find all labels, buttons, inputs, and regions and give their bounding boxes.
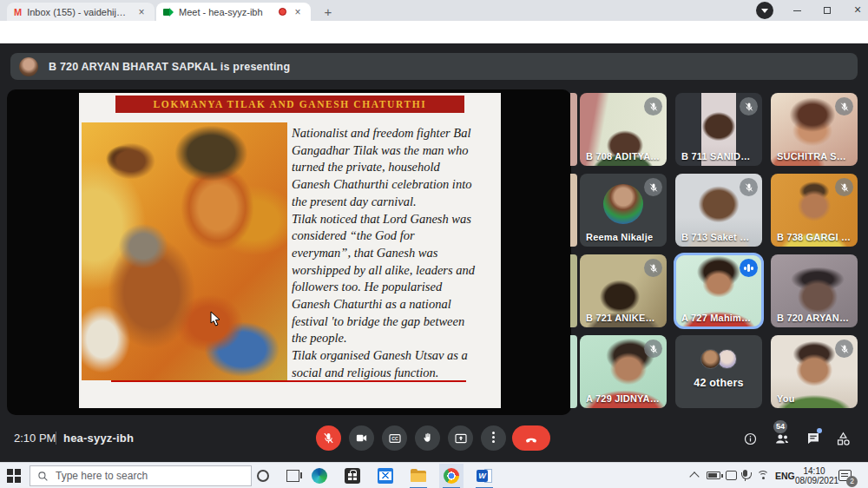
slide-text-line: Ganesh Chaturthi as a national (292, 296, 498, 313)
tab-meet[interactable]: Meet - hea-syyz-ibh × (156, 3, 311, 21)
recording-indicator-icon (279, 8, 286, 16)
tab-title: Inbox (155) - vaidehijoshi@mes.a (27, 7, 130, 17)
slide-title-banner: LOKMANYA TILAK AND GANESH CHATURTHI (115, 96, 464, 113)
activities-button[interactable] (832, 427, 854, 450)
start-button[interactable] (7, 469, 21, 483)
mic-muted-icon (740, 97, 758, 115)
slide-text-line: festival 'to bridge the gap between (292, 313, 498, 331)
captions-icon: CC (388, 432, 402, 445)
participant-tile[interactable]: A 727 Mahima ... (675, 254, 762, 327)
participant-name: A 729 JIDNYAS... (586, 393, 661, 404)
participant-tile[interactable]: B 720 ARYAN B... (771, 254, 858, 327)
captions-button[interactable]: CC (382, 425, 407, 451)
mic-muted-icon (740, 178, 758, 196)
slide-text-line: followers too. He popularised (292, 279, 498, 296)
meet-favicon-icon (163, 8, 174, 16)
participant-tile[interactable]: B 713 Saket Na... (675, 174, 762, 247)
microsoft-store-icon[interactable] (345, 468, 360, 484)
word-icon[interactable]: W (477, 468, 492, 484)
participant-tile[interactable]: B 738 GARGI JI... (771, 174, 858, 247)
camera-icon (355, 432, 368, 445)
participant-tile[interactable]: B 708 ADITYA ... (580, 93, 667, 166)
slide-text-line: everyman”, that Ganesh was (292, 245, 498, 262)
tab-close-icon[interactable]: × (135, 6, 148, 18)
tilak-ganesh-artwork (82, 122, 287, 380)
window-close-button[interactable]: × (846, 3, 868, 17)
cutoff-tile (570, 335, 577, 408)
participant-tile[interactable]: B 711 SANIDHY... (675, 93, 762, 166)
chrome-icon[interactable] (444, 468, 459, 484)
participant-name: 42 others (675, 377, 762, 389)
divider (56, 432, 56, 445)
camera-button[interactable] (349, 425, 374, 451)
participant-count-badge: 54 (773, 420, 787, 433)
cortana-icon[interactable] (257, 470, 269, 482)
participant-name: A 727 Mahima ... (681, 313, 756, 323)
participant-grid: B 708 ADITYA ...B 711 SANIDHY...SUCHITRA… (580, 93, 858, 408)
svg-text:CC: CC (391, 436, 398, 441)
display-icon[interactable] (726, 471, 737, 480)
tray-clock[interactable]: 14:10 08/09/2021 (795, 466, 833, 485)
presentation-stage[interactable]: LOKMANYA TILAK AND GANESH CHATURTHI Nati… (7, 89, 571, 415)
cutoff-tile (570, 254, 577, 327)
wifi-icon[interactable] (757, 471, 769, 480)
browser-tab-strip: M Inbox (155) - vaidehijoshi@mes.a × Mee… (0, 0, 868, 21)
meeting-details-button[interactable] (739, 427, 761, 450)
slide-text-line: Ganesh Chathurthi celebration into (292, 176, 498, 194)
battery-icon[interactable] (707, 472, 720, 479)
slide-underline (111, 380, 466, 382)
participant-tile[interactable]: B 721 ANIKET S... (580, 254, 667, 327)
cutoff-tile (570, 93, 577, 166)
slide-body-text: Nationalist and freedom fighter BalGanga… (292, 125, 498, 386)
mic-mute-button[interactable] (316, 425, 341, 451)
file-explorer-icon[interactable] (411, 468, 426, 484)
browser-toolbar: ← → ↻ meet.google.com/hea-syyz-ibh ☆ (0, 21, 868, 43)
mic-muted-icon (644, 259, 662, 277)
mic-muted-icon (644, 97, 662, 115)
present-screen-icon (454, 432, 468, 445)
taskbar-search-box[interactable]: Type here to search (30, 465, 252, 486)
mic-muted-icon (835, 178, 853, 196)
more-options-icon (492, 432, 496, 445)
slide-text-line: social and religious function. (292, 365, 498, 382)
mic-off-icon (322, 432, 335, 445)
participant-tile[interactable]: SUCHITRA SAT... (771, 93, 858, 166)
windows-taskbar: Type here to search W ENG 14:10 08/09/20… (0, 462, 868, 488)
gmail-favicon-icon: M (14, 7, 22, 17)
meet-page: B 720 ARYAN BHARAT SAPKAL is presenting … (0, 43, 868, 462)
tab-search-button[interactable] (756, 2, 773, 19)
tray-mic-icon[interactable] (743, 470, 747, 477)
search-icon (37, 471, 49, 482)
tab-gmail[interactable]: M Inbox (155) - vaidehijoshi@mes.a × (7, 3, 155, 21)
participant-tile[interactable]: Reema Nikalje (580, 174, 667, 247)
language-indicator[interactable]: ENG (775, 471, 795, 481)
edge-icon[interactable] (312, 468, 327, 484)
window-minimize-button[interactable] (786, 3, 808, 17)
mail-icon[interactable] (378, 468, 393, 484)
search-placeholder: Type here to search (56, 470, 148, 482)
slide-text-line: Tilak noticed that Lord Ganesh was (292, 211, 498, 228)
others-avatars (675, 349, 762, 369)
window-maximize-button[interactable] (816, 3, 838, 17)
speaking-indicator-icon (740, 259, 758, 277)
new-tab-button[interactable]: + (319, 3, 337, 21)
slide-title: LOKMANYA TILAK AND GANESH CHATURTHI (154, 99, 427, 109)
participant-name: B 708 ADITYA ... (586, 151, 661, 162)
presenting-banner: B 720 ARYAN BHARAT SAPKAL is presenting (10, 53, 858, 80)
more-options-button[interactable] (481, 425, 506, 451)
participant-name: B 711 SANIDHY... (681, 151, 756, 162)
participant-name: Reema Nikalje (586, 232, 653, 242)
raise-hand-button[interactable] (415, 425, 440, 451)
task-view-icon[interactable] (286, 470, 299, 482)
present-button[interactable] (448, 425, 473, 451)
end-call-button[interactable] (512, 425, 550, 451)
presenting-text: B 720 ARYAN BHARAT SAPKAL is presenting (49, 61, 290, 73)
participant-tile[interactable]: 42 others (675, 335, 762, 408)
tray-chevron-icon[interactable] (689, 472, 699, 481)
participant-name: B 738 GARGI JI... (777, 232, 852, 242)
participant-tile[interactable]: A 729 JIDNYAS... (580, 335, 667, 408)
participant-tile[interactable]: You (771, 335, 858, 408)
participant-name: B 713 Saket Na... (681, 232, 756, 242)
cutoff-tile (570, 174, 577, 247)
tab-close-icon[interactable]: × (292, 6, 304, 18)
